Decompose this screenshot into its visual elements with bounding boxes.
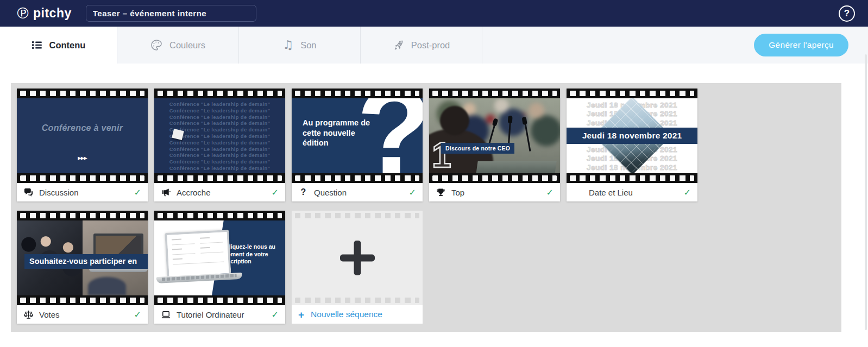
film-strip-top	[17, 211, 148, 220]
film-strip-top	[292, 211, 423, 220]
form-field-decoration	[173, 258, 224, 265]
check-icon: ✓	[684, 187, 691, 198]
sequence-card-discussion[interactable]: Conférence à venir ▸▸▸ Discussion ✓	[17, 89, 148, 201]
thumbnail-title: Conférence à venir	[42, 123, 123, 133]
sequence-card-date-et-lieu[interactable]: Jeudi 18 novembre 2021 Jeudi 18 novembre…	[567, 89, 697, 201]
tab-couleurs[interactable]: Couleurs	[117, 27, 238, 64]
new-sequence-card[interactable]: + Nouvelle séquence	[292, 211, 423, 324]
music-note-icon: ♫	[282, 39, 293, 51]
new-sequence-label: Nouvelle séquence	[311, 310, 382, 319]
film-strip-bottom	[154, 295, 285, 305]
list-icon	[32, 40, 42, 51]
thumbnail-tutoriel: Indiquez-le nous au moment de votre insc…	[154, 220, 285, 295]
film-strip-top	[17, 89, 148, 98]
sequence-card-top[interactable]: 1 Discours de notre CEO Top ✓	[429, 89, 560, 201]
film-strip-bottom	[292, 173, 423, 183]
date-banner: Jeudi 18 novembre 2021	[567, 128, 697, 144]
film-strip-bottom	[154, 173, 285, 183]
hand-decoration	[88, 277, 126, 295]
laptop-decoration	[154, 229, 243, 290]
thumbnail-date-et-lieu: Jeudi 18 novembre 2021 Jeudi 18 novembre…	[567, 98, 697, 173]
thumbnail-discussion: Conférence à venir ▸▸▸	[17, 98, 148, 173]
add-sequence-zone[interactable]	[292, 220, 423, 295]
repeated-line: Conférence "Le leadership de demain"	[154, 114, 285, 121]
scales-icon	[23, 310, 34, 320]
tab-son[interactable]: ♫ Son	[238, 27, 360, 64]
tab-contenu[interactable]: Contenu	[0, 27, 117, 64]
sequence-label: Top	[451, 188, 464, 197]
film-strip-bottom	[429, 173, 560, 183]
sequence-label: Question	[314, 188, 347, 197]
sequence-label: Date et Lieu	[589, 188, 633, 197]
tab-contenu-label: Contenu	[49, 40, 86, 51]
thumbnail-question: Au programme de cette nouvelle édition ?	[292, 98, 423, 173]
sequence-label: Votes	[39, 310, 60, 319]
sequences-panel: Conférence à venir ▸▸▸ Discussion ✓ Conf…	[11, 83, 841, 332]
film-strip-bottom	[17, 173, 148, 183]
film-strip-top	[154, 89, 285, 98]
repeated-line: Conférence "Le leadership de demain"	[154, 120, 285, 127]
sequence-card-votes[interactable]: Souhaitez-vous participer en Votes ✓	[17, 211, 148, 324]
check-icon: ✓	[134, 310, 141, 320]
plus-icon: +	[298, 310, 304, 320]
film-strip-top	[567, 89, 697, 98]
check-icon: ✓	[134, 187, 141, 198]
film-strip-bottom	[17, 295, 148, 305]
sequence-label: Discussion	[39, 188, 79, 197]
check-icon: ✓	[272, 310, 279, 320]
check-icon: ✓	[272, 187, 279, 198]
tab-couleurs-label: Couleurs	[169, 40, 205, 51]
laptop-icon	[161, 310, 171, 320]
film-strip-top	[292, 89, 423, 98]
tab-post-prod-label: Post-prod	[411, 40, 450, 51]
thumbnail-badge: Discours de notre CEO	[441, 143, 514, 154]
top-navbar: ℗ pitchy ?	[0, 0, 868, 27]
megaphone-icon	[161, 187, 171, 198]
generate-preview-button[interactable]: Générer l'aperçu	[754, 34, 848, 56]
chat-icon	[23, 187, 34, 198]
repeated-line: Conférence "Le leadership de demain"	[154, 165, 285, 172]
sequence-card-accroche[interactable]: Conférence "Le leadership de demain" Con…	[154, 89, 285, 201]
pitchy-logo[interactable]: ℗ pitchy	[15, 6, 72, 21]
film-strip-bottom	[567, 173, 697, 183]
votes-banner: Souhaitez-vous participer en	[24, 254, 148, 269]
repeated-line: Conférence "Le leadership de demain"	[154, 108, 285, 114]
sequence-label: Tutoriel Ordinateur	[177, 310, 244, 319]
trophy-icon	[436, 187, 446, 198]
pitchy-logo-text: pitchy	[33, 6, 72, 21]
repeated-line: Conférence "Le leadership de demain"	[154, 152, 285, 159]
film-strip-top	[429, 89, 560, 98]
project-name-input[interactable]	[86, 5, 256, 22]
repeated-line: Conférence "Le leadership de demain"	[154, 101, 285, 108]
question-icon: ?	[298, 187, 309, 197]
form-field-decoration	[200, 249, 223, 254]
repeated-line: Conférence "Le leadership de demain"	[154, 159, 285, 165]
form-field-decoration	[172, 240, 194, 245]
thumbnail-top: 1 Discours de notre CEO	[429, 98, 560, 173]
repeated-line: Conférence "Le leadership de demain"	[154, 140, 285, 146]
big-question-mark: ?	[357, 98, 423, 173]
thumbnail-accroche: Conférence "Le leadership de demain" Con…	[154, 98, 285, 173]
film-strip-bottom	[292, 295, 423, 305]
sequence-card-question[interactable]: Au programme de cette nouvelle édition ?…	[292, 89, 423, 201]
new-sequence-link[interactable]: + Nouvelle séquence	[292, 305, 423, 324]
speaker-silhouette-head	[440, 106, 469, 135]
pitchy-logo-icon: ℗	[15, 6, 30, 21]
rocket-icon	[393, 40, 404, 51]
tab-son-label: Son	[300, 40, 316, 51]
sequence-label: Accroche	[177, 188, 211, 197]
tab-bar: Contenu Couleurs ♫ Son Post-prod Générer…	[0, 27, 868, 64]
palette-icon	[150, 39, 162, 51]
repeated-line: Conférence "Le leadership de demain"	[154, 146, 285, 153]
check-icon: ✓	[546, 187, 553, 198]
laptop-screen	[165, 230, 231, 276]
scrollbar[interactable]	[865, 54, 867, 330]
podium-decoration	[476, 161, 556, 173]
sequence-card-tutoriel-ordinateur[interactable]: Indiquez-le nous au moment de votre insc…	[154, 211, 285, 324]
plus-icon	[354, 241, 361, 275]
tab-post-prod[interactable]: Post-prod	[360, 27, 482, 64]
form-field-decoration	[200, 239, 223, 244]
form-field-decoration	[172, 250, 195, 255]
help-button[interactable]: ?	[839, 5, 855, 22]
check-icon: ✓	[409, 187, 416, 198]
